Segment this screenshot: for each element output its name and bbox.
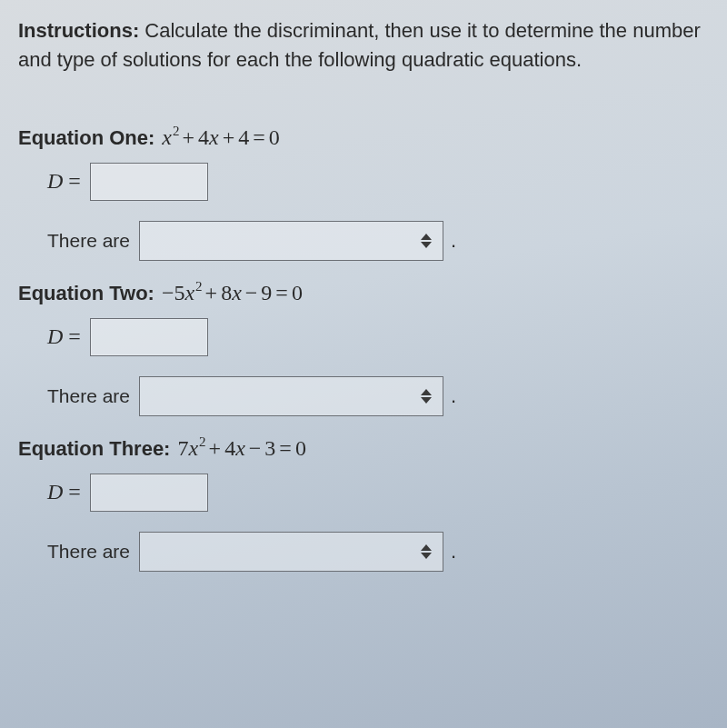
discriminant-row-3: D = [47,474,709,512]
equals-sign: = [272,281,292,304]
solution-row-1: There are . [47,221,709,261]
coef-b: 8 [221,281,232,304]
svg-marker-2 [421,389,432,395]
equation-block-2: Equation Two: −5x2+8x−9=0 D = There are … [18,281,709,416]
exponent: 2 [195,279,203,294]
solution-row-2: There are . [47,376,709,416]
equation-label: Equation Two: [18,282,154,305]
equals-sign: = [275,436,295,460]
period: . [451,229,456,253]
const-c: 4 [238,125,249,149]
period: . [451,384,456,408]
solution-row-3: There are . [47,532,709,572]
var-x: x [232,281,242,304]
d-label: D [47,324,63,349]
d-label: D [47,169,63,194]
chevron-updown-icon [421,389,432,404]
instructions-text: Instructions: Calculate the discriminant… [18,16,709,75]
chevron-updown-icon [421,234,432,248]
exponent: 2 [199,434,206,449]
discriminant-input-1[interactable] [90,163,208,201]
equation-block-3: Equation Three: 7x2+4x−3=0 D = There are… [18,436,709,572]
svg-marker-3 [421,397,432,404]
rhs: 0 [269,125,280,149]
var-x: x [188,436,198,460]
discriminant-input-2[interactable] [90,318,208,356]
var-x: x [184,281,194,304]
equation-formula-3: 7x2+4x−3=0 [177,436,305,461]
equation-label: Equation Three: [18,437,170,461]
equals-sign: = [68,324,81,349]
solution-select-3[interactable] [139,532,443,572]
d-label: D [47,480,63,504]
discriminant-input-3[interactable] [90,474,208,512]
equation-title-3: Equation Three: 7x2+4x−3=0 [18,436,709,461]
equals-sign: = [249,125,269,149]
svg-marker-4 [421,544,432,551]
operator: + [178,125,198,149]
there-are-label: There are [47,541,130,563]
worksheet-container: Instructions: Calculate the discriminant… [0,0,727,604]
rhs: 0 [292,281,303,304]
neg-sign: − [162,281,174,304]
operator: + [202,281,222,304]
solution-select-2[interactable] [139,376,443,416]
equation-formula-2: −5x2+8x−9=0 [162,281,303,305]
period: . [451,540,456,563]
equals-sign: = [68,169,81,194]
operator: − [245,436,265,460]
there-are-label: There are [47,230,130,252]
equation-title-2: Equation Two: −5x2+8x−9=0 [18,281,709,305]
const-c: 3 [264,436,275,460]
coef-a: 7 [177,436,188,460]
coef-b: 4 [224,436,235,460]
var-x: x [209,125,219,149]
operator: − [242,281,262,304]
coef-a: 5 [174,281,184,304]
discriminant-row-2: D = [47,318,709,356]
solution-select-1[interactable] [139,221,443,261]
rhs: 0 [295,436,306,460]
var-x: x [235,436,245,460]
equation-label: Equation One: [18,126,154,150]
exponent: 2 [173,124,180,138]
svg-marker-5 [421,553,432,559]
var-x: x [162,125,172,149]
equals-sign: = [68,480,81,504]
there-are-label: There are [47,385,130,407]
coef-b: 4 [198,125,209,149]
operator: + [219,125,239,149]
svg-marker-1 [421,242,432,248]
operator: + [205,436,225,460]
equation-block-1: Equation One: x2+4x+4=0 D = There are . [18,125,709,261]
svg-marker-0 [421,234,432,240]
equation-formula-1: x2+4x+4=0 [162,125,279,150]
instructions-label: Instructions: [18,19,139,42]
equation-title-1: Equation One: x2+4x+4=0 [18,125,709,150]
chevron-updown-icon [421,544,432,559]
discriminant-row-1: D = [47,163,709,201]
const-c: 9 [261,281,272,304]
